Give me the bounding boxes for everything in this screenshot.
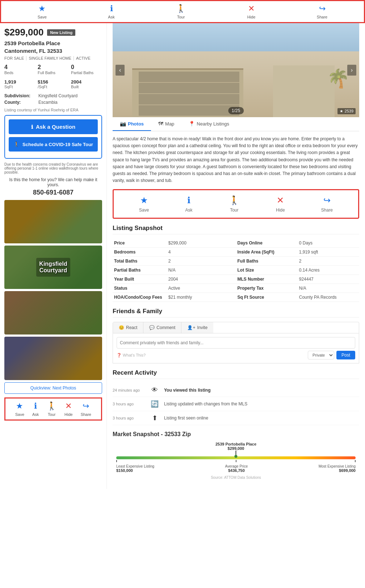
hide-label-top: Hide — [247, 15, 256, 19]
close-icon-bl: ✕ — [65, 401, 72, 411]
star-icon-mid: ★ — [140, 195, 148, 205]
person-icon-bl: 🚶 — [47, 401, 56, 411]
share-button-bottom-left[interactable]: ↪ Share — [81, 401, 91, 417]
snap-label: Bedrooms — [113, 248, 167, 257]
hero-prev-button[interactable]: ‹ — [116, 65, 125, 76]
phone-number[interactable]: 850-691-6087 — [4, 189, 102, 196]
hero-counter: 1/25 — [228, 107, 244, 114]
comment-box: ❓ What's This? Private Post — [113, 333, 359, 363]
star-icon: ★ — [38, 4, 46, 13]
quickview-button[interactable]: Quickview: Next Photos — [4, 382, 102, 394]
table-row: HOA/Condo/Coop Fees $21 monthly Sq Ft So… — [113, 293, 359, 302]
avg-price: $436,750 — [225, 468, 248, 473]
tour-label-bl: Tour — [48, 412, 55, 417]
built-val: 2004 — [71, 79, 102, 85]
home-type-tag: SINGLE FAMILY HOME — [29, 56, 74, 60]
market-ticks — [116, 460, 356, 462]
avg-price-item: Average Price $436,750 — [225, 464, 248, 473]
star-icon-bl: ★ — [16, 401, 23, 411]
react-tab[interactable]: 😊 React — [113, 322, 143, 333]
privacy-select[interactable]: Private — [308, 351, 334, 359]
hide-button-bottom-left[interactable]: ✕ Hide — [64, 401, 73, 417]
partial-label: Partial Baths — [71, 71, 102, 75]
sqft-val: 1,919 — [4, 79, 35, 85]
invite-tab[interactable]: 👤+ Invite — [181, 322, 213, 333]
most-price: $699,000 — [319, 468, 356, 473]
thumbnail-3[interactable] — [4, 291, 102, 335]
tour-button-bottom-left[interactable]: 🚶 Tour — [47, 401, 56, 417]
right-panel: 🌴 ‹ › 1/25 ★ 2539 📷 Photos 🗺 Map 📍 Nearb… — [107, 23, 365, 489]
close-icon-mid: ✕ — [277, 195, 284, 205]
comment-tab[interactable]: 💬 Comment — [143, 322, 181, 333]
listing-description: A spectacular 4/2 home that is move-in r… — [113, 136, 359, 184]
thumbnail-4[interactable] — [4, 337, 102, 380]
activity-time: 3 hours ago — [113, 402, 145, 406]
info-icon-top: ℹ — [110, 4, 113, 13]
ask-button-mid[interactable]: ℹ Ask — [185, 195, 193, 213]
mid-action-bar: ★ Save ℹ Ask 🚶 Tour ✕ Hide ↪ Share — [113, 189, 359, 219]
address: 2539 Portobella Place Cantonment, FL 325… — [4, 39, 102, 55]
post-button[interactable]: Post — [336, 351, 355, 359]
snap-label: MLS Number — [236, 275, 297, 284]
pointer-address: 2539 Portobella Place — [215, 442, 256, 446]
tour-label-top: Tour — [177, 15, 185, 19]
for-sale-tag: FOR SALE — [4, 56, 26, 60]
least-label: Least Expensive Listing — [116, 464, 154, 468]
share-button-mid[interactable]: ↪ Share — [321, 195, 333, 213]
map-icon: 🗺 — [158, 121, 163, 127]
activity-header: Recent Activity — [113, 369, 359, 379]
share-button-top[interactable]: ↪ Share — [317, 4, 327, 19]
hide-label-mid: Hide — [276, 208, 285, 213]
tab-photos-label: Photos — [128, 121, 144, 127]
schedule-tour-label: Schedule a COVID-19 Safe Tour — [22, 142, 93, 147]
camera-icon: 📷 — [120, 121, 126, 127]
baths-val: 2 — [38, 64, 69, 71]
contact-action-box: ℹ Ask a Question 🚶 Schedule a COVID-19 S… — [4, 115, 102, 159]
save-button-top[interactable]: ★ Save — [38, 4, 47, 19]
comment-icon: 💬 — [149, 325, 155, 330]
ask-button-bottom-left[interactable]: ℹ Ask — [32, 401, 39, 417]
tab-photos[interactable]: 📷 Photos — [113, 117, 151, 131]
price-sqft-stat: $156 /SqFt — [38, 79, 69, 89]
snap-val: 2 — [298, 257, 359, 266]
whats-this[interactable]: ❓ What's This? — [117, 353, 146, 358]
tick-mid — [236, 460, 236, 462]
hero-next-button[interactable]: › — [347, 65, 356, 76]
snap-val: 2004 — [167, 275, 236, 284]
schedule-tour-button[interactable]: 🚶 Schedule a COVID-19 Safe Tour — [9, 137, 98, 152]
tick-left — [116, 460, 117, 462]
comment-label: Comment — [156, 325, 175, 330]
thumbnail-1[interactable] — [4, 200, 102, 243]
save-button-bottom-left[interactable]: ★ Save — [15, 401, 24, 417]
hide-button-top[interactable]: ✕ Hide — [247, 4, 256, 19]
stats-grid-secondary: 1,919 SqFt $156 /SqFt 2004 Built — [4, 79, 102, 89]
market-pointer: 2539 Portobella Place $299,000 — [215, 442, 256, 458]
tour-button-top[interactable]: 🚶 Tour — [176, 4, 186, 19]
react-label: React — [126, 325, 137, 330]
info-icon-mid: ℹ — [187, 195, 190, 205]
beds-label: Beds — [4, 71, 35, 75]
snap-val: N/A — [167, 266, 236, 275]
tab-nearby[interactable]: 📍 Nearby Listings — [181, 117, 236, 131]
snap-val: 2 — [167, 257, 236, 266]
hide-button-mid[interactable]: ✕ Hide — [276, 195, 285, 213]
tour-button-mid[interactable]: 🚶 Tour — [229, 195, 240, 213]
comment-input[interactable] — [117, 337, 355, 349]
table-row: Total Baths 2 Full Baths 2 — [113, 257, 359, 266]
top-action-bar: ★ Save ℹ Ask 🚶 Tour ✕ Hide ↪ Share — [0, 0, 365, 23]
ask-button-top[interactable]: ℹ Ask — [108, 4, 114, 19]
status-tag: ACTIVE — [76, 56, 93, 60]
snap-val: 924447 — [298, 275, 359, 284]
county-val: Escambia — [38, 100, 58, 105]
invite-icon: 👤+ — [187, 325, 195, 330]
least-price: $150,000 — [116, 468, 154, 473]
tab-map[interactable]: 🗺 Map — [151, 117, 181, 131]
share-label-mid: Share — [321, 208, 333, 213]
save-button-mid[interactable]: ★ Save — [139, 195, 149, 213]
thumbnail-2[interactable]: Kingsfield Courtyard — [4, 246, 102, 289]
partial-val: 0 — [71, 64, 102, 71]
snap-label: Year Built — [113, 275, 167, 284]
activity-icon: 🔄 — [150, 400, 160, 408]
price-sqft-val: $156 — [38, 79, 69, 85]
ask-question-button[interactable]: ℹ Ask a Question — [9, 119, 98, 134]
